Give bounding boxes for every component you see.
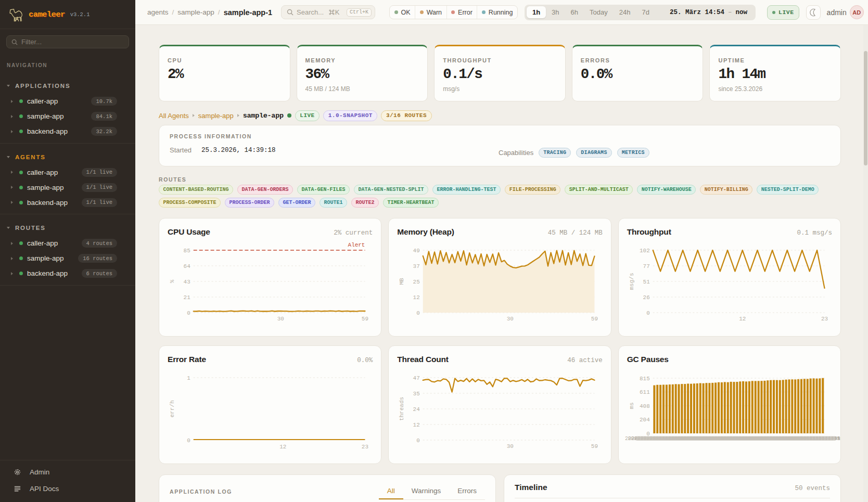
svg-text:37: 37 (413, 263, 420, 269)
svg-text:%: % (169, 279, 175, 283)
svg-text:23: 23 (362, 444, 368, 450)
svg-text:21: 21 (184, 294, 191, 301)
svg-text:MB: MB (399, 278, 405, 285)
svg-text:Alert: Alert (348, 242, 365, 248)
svg-text:77: 77 (643, 263, 649, 269)
svg-text:35: 35 (413, 391, 420, 397)
svg-text:611: 611 (640, 389, 650, 395)
svg-text:msg/s: msg/s (629, 273, 635, 290)
svg-text:err/h: err/h (169, 401, 175, 418)
svg-text:30: 30 (507, 316, 514, 322)
svg-text:59: 59 (591, 316, 598, 322)
svg-text:43: 43 (184, 279, 190, 285)
svg-text:0: 0 (187, 310, 190, 316)
svg-text:0: 0 (417, 310, 420, 316)
svg-text:64: 64 (184, 263, 191, 269)
svg-text:85: 85 (184, 248, 190, 254)
svg-text:0: 0 (187, 437, 190, 444)
svg-text:12: 12 (279, 444, 286, 450)
svg-text:49: 49 (413, 248, 420, 254)
svg-text:23: 23 (821, 316, 828, 322)
svg-text:26: 26 (643, 294, 649, 301)
svg-text:0: 0 (417, 437, 420, 444)
svg-text:815: 815 (640, 376, 650, 382)
svg-text:12: 12 (413, 422, 420, 428)
svg-text:24: 24 (413, 406, 420, 413)
svg-text:59: 59 (591, 443, 598, 449)
svg-text:25: 25 (413, 279, 420, 285)
svg-text:0: 0 (646, 310, 650, 316)
svg-text:threads: threads (399, 397, 405, 421)
svg-text:ms: ms (629, 402, 635, 409)
svg-text:51: 51 (643, 279, 650, 285)
svg-text:12: 12 (739, 316, 746, 322)
svg-text:408: 408 (640, 403, 650, 409)
svg-text:30: 30 (507, 443, 514, 449)
svg-text:204: 204 (640, 417, 650, 423)
svg-text:30: 30 (277, 316, 284, 322)
svg-text:102: 102 (640, 248, 650, 254)
svg-text:12: 12 (413, 294, 420, 301)
svg-text:47: 47 (413, 375, 420, 381)
svg-text:1: 1 (187, 375, 190, 381)
svg-text:59: 59 (362, 316, 368, 322)
